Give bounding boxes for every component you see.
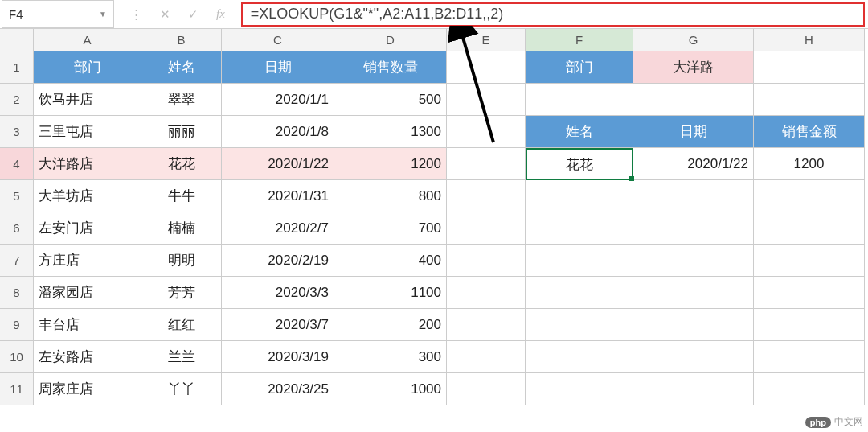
row-header-7[interactable]: 7 bbox=[0, 245, 34, 277]
cell-E4[interactable] bbox=[447, 148, 526, 180]
col-header-E[interactable]: E bbox=[447, 29, 526, 51]
cell-D4[interactable]: 1200 bbox=[334, 148, 447, 180]
cell-B7[interactable]: 明明 bbox=[141, 245, 222, 277]
cell-G11[interactable] bbox=[633, 373, 754, 405]
cell-B11[interactable]: 丫丫 bbox=[141, 373, 222, 405]
select-all-corner[interactable] bbox=[0, 29, 34, 51]
col-header-A[interactable]: A bbox=[34, 29, 141, 51]
cell-F8[interactable] bbox=[526, 277, 633, 309]
cell-B5[interactable]: 牛牛 bbox=[141, 180, 222, 212]
cell-A6[interactable]: 左安门店 bbox=[34, 212, 141, 245]
cell-H6[interactable] bbox=[754, 212, 865, 245]
cell-E1[interactable] bbox=[447, 51, 526, 84]
cell-D5[interactable]: 800 bbox=[334, 180, 447, 212]
cell-A4[interactable]: 大洋路店 bbox=[34, 148, 141, 180]
cell-H5[interactable] bbox=[754, 180, 865, 212]
cell-A3[interactable]: 三里屯店 bbox=[34, 116, 141, 148]
cell-A2[interactable]: 饮马井店 bbox=[34, 84, 141, 116]
cell-E6[interactable] bbox=[447, 212, 526, 245]
cell-B10[interactable]: 兰兰 bbox=[141, 341, 222, 373]
row-header-6[interactable]: 6 bbox=[0, 212, 34, 245]
cell-B8[interactable]: 芳芳 bbox=[141, 277, 222, 309]
cell-F2[interactable] bbox=[526, 84, 633, 116]
cell-F7[interactable] bbox=[526, 245, 633, 277]
cell-A10[interactable]: 左安路店 bbox=[34, 341, 141, 373]
cell-A9[interactable]: 丰台店 bbox=[34, 309, 141, 341]
row-header-9[interactable]: 9 bbox=[0, 309, 34, 341]
cell-G8[interactable] bbox=[633, 277, 754, 309]
col-header-F[interactable]: F bbox=[526, 29, 633, 51]
name-box[interactable]: F4 ▼ bbox=[2, 0, 114, 28]
cell-D10[interactable]: 300 bbox=[334, 341, 447, 373]
cell-H2[interactable] bbox=[754, 84, 865, 116]
cell-F11[interactable] bbox=[526, 373, 633, 405]
cell-F5[interactable] bbox=[526, 180, 633, 212]
fx-icon[interactable]: fx bbox=[216, 7, 225, 21]
col-header-G[interactable]: G bbox=[633, 29, 754, 51]
cell-H11[interactable] bbox=[754, 373, 865, 405]
cell-D7[interactable]: 400 bbox=[334, 245, 447, 277]
cell-G4[interactable]: 2020/1/22 bbox=[633, 148, 754, 180]
cell-E7[interactable] bbox=[447, 245, 526, 277]
cell-A5[interactable]: 大羊坊店 bbox=[34, 180, 141, 212]
cell-A11[interactable]: 周家庄店 bbox=[34, 373, 141, 405]
cell-C3[interactable]: 2020/1/8 bbox=[222, 116, 334, 148]
col-header-C[interactable]: C bbox=[222, 29, 334, 51]
cell-D6[interactable]: 700 bbox=[334, 212, 447, 245]
cell-B3[interactable]: 丽丽 bbox=[141, 116, 222, 148]
cell-G5[interactable] bbox=[633, 180, 754, 212]
cell-C2[interactable]: 2020/1/1 bbox=[222, 84, 334, 116]
cell-D3[interactable]: 1300 bbox=[334, 116, 447, 148]
cell-C5[interactable]: 2020/1/31 bbox=[222, 180, 334, 212]
dropdown-icon[interactable]: ▼ bbox=[99, 10, 107, 19]
row-header-2[interactable]: 2 bbox=[0, 84, 34, 116]
cell-C9[interactable]: 2020/3/7 bbox=[222, 309, 334, 341]
cell-D11[interactable]: 1000 bbox=[334, 373, 447, 405]
cell-E9[interactable] bbox=[447, 309, 526, 341]
cell-E11[interactable] bbox=[447, 373, 526, 405]
row-header-5[interactable]: 5 bbox=[0, 180, 34, 212]
cell-E2[interactable] bbox=[447, 84, 526, 116]
cell-D8[interactable]: 1100 bbox=[334, 277, 447, 309]
cell-H7[interactable] bbox=[754, 245, 865, 277]
cell-C10[interactable]: 2020/3/19 bbox=[222, 341, 334, 373]
expand-icon[interactable]: ⋮ bbox=[130, 7, 142, 22]
cell-H1[interactable] bbox=[754, 51, 865, 84]
cell-A8[interactable]: 潘家园店 bbox=[34, 277, 141, 309]
cell-C7[interactable]: 2020/2/19 bbox=[222, 245, 334, 277]
row-header-10[interactable]: 10 bbox=[0, 341, 34, 373]
cell-H3[interactable]: 销售金额 bbox=[754, 116, 865, 148]
cell-D1[interactable]: 销售数量 bbox=[334, 51, 447, 84]
cell-H10[interactable] bbox=[754, 341, 865, 373]
cell-E5[interactable] bbox=[447, 180, 526, 212]
row-header-11[interactable]: 11 bbox=[0, 373, 34, 405]
cell-B9[interactable]: 红红 bbox=[141, 309, 222, 341]
cell-G1[interactable]: 大洋路 bbox=[633, 51, 754, 84]
col-header-D[interactable]: D bbox=[334, 29, 447, 51]
cell-D9[interactable]: 200 bbox=[334, 309, 447, 341]
cell-E10[interactable] bbox=[447, 341, 526, 373]
cell-G2[interactable] bbox=[633, 84, 754, 116]
cell-C8[interactable]: 2020/3/3 bbox=[222, 277, 334, 309]
cell-H9[interactable] bbox=[754, 309, 865, 341]
cell-A1[interactable]: 部门 bbox=[34, 51, 141, 84]
row-header-1[interactable]: 1 bbox=[0, 51, 34, 84]
cell-H8[interactable] bbox=[754, 277, 865, 309]
col-header-H[interactable]: H bbox=[754, 29, 865, 51]
confirm-icon[interactable]: ✓ bbox=[188, 7, 199, 22]
col-header-B[interactable]: B bbox=[141, 29, 222, 51]
cell-E3[interactable] bbox=[447, 116, 526, 148]
cell-B2[interactable]: 翠翠 bbox=[141, 84, 222, 116]
cell-B1[interactable]: 姓名 bbox=[141, 51, 222, 84]
cell-C1[interactable]: 日期 bbox=[222, 51, 334, 84]
cell-A7[interactable]: 方庄店 bbox=[34, 245, 141, 277]
cell-G6[interactable] bbox=[633, 212, 754, 245]
cancel-icon[interactable]: ✕ bbox=[160, 7, 170, 22]
row-header-3[interactable]: 3 bbox=[0, 116, 34, 148]
row-header-8[interactable]: 8 bbox=[0, 277, 34, 309]
cell-F6[interactable] bbox=[526, 212, 633, 245]
row-header-4[interactable]: 4 bbox=[0, 148, 34, 180]
cell-C4[interactable]: 2020/1/22 bbox=[222, 148, 334, 180]
formula-input[interactable]: =XLOOKUP(G1&"*",A2:A11,B2:D11,,2) bbox=[241, 2, 865, 27]
cell-G10[interactable] bbox=[633, 341, 754, 373]
